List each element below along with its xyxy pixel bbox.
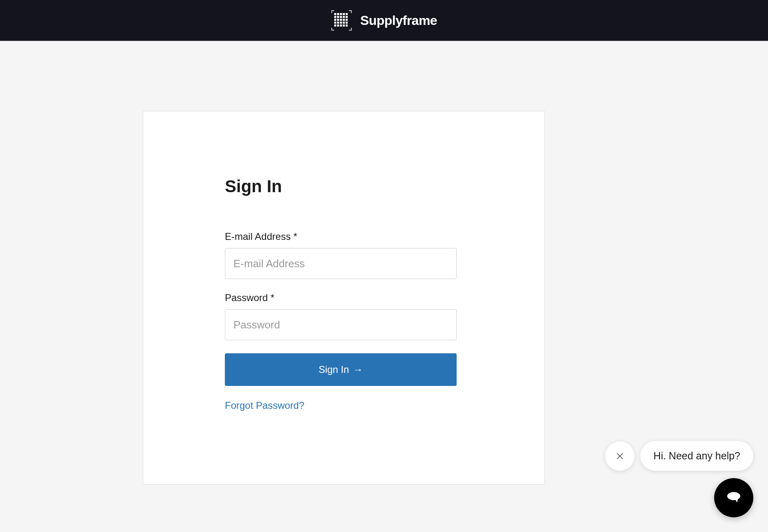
- svg-rect-19: [346, 22, 348, 24]
- svg-rect-17: [340, 22, 342, 24]
- signin-button[interactable]: Sign In →: [225, 353, 457, 386]
- password-input[interactable]: [225, 309, 457, 340]
- svg-rect-4: [346, 13, 348, 15]
- chat-help-row: Hi. Need any help?: [605, 441, 753, 471]
- chat-launcher-button[interactable]: [714, 478, 753, 517]
- svg-rect-1: [337, 13, 339, 15]
- svg-rect-0: [334, 13, 336, 15]
- svg-rect-11: [337, 19, 339, 21]
- svg-rect-8: [343, 16, 345, 18]
- chat-help-bubble[interactable]: Hi. Need any help?: [640, 441, 753, 471]
- signin-title: Sign In: [225, 177, 463, 196]
- svg-rect-16: [337, 22, 339, 24]
- header: Supplyframe: [0, 0, 768, 42]
- brand-name: Supplyframe: [360, 13, 437, 28]
- signin-button-label: Sign In: [319, 364, 349, 375]
- email-label: E-mail Address *: [225, 231, 463, 242]
- main-content: Sign In E-mail Address * Password * Sign…: [0, 42, 768, 485]
- svg-point-25: [727, 492, 740, 500]
- svg-rect-18: [343, 22, 345, 24]
- email-input[interactable]: [225, 248, 457, 279]
- svg-rect-23: [343, 24, 345, 27]
- chat-close-button[interactable]: [605, 441, 635, 471]
- svg-rect-21: [337, 24, 339, 27]
- password-form-group: Password *: [225, 292, 463, 340]
- close-icon: [615, 452, 624, 461]
- arrow-right-icon: →: [353, 364, 363, 375]
- supplyframe-logo-icon: [331, 10, 352, 31]
- svg-rect-22: [340, 24, 342, 27]
- svg-rect-9: [346, 16, 348, 18]
- svg-rect-14: [346, 19, 348, 21]
- password-label: Password *: [225, 292, 463, 304]
- forgot-password-link[interactable]: Forgot Password?: [225, 400, 463, 411]
- email-form-group: E-mail Address *: [225, 231, 463, 279]
- chat-icon: [725, 489, 743, 507]
- svg-rect-10: [334, 19, 336, 21]
- svg-rect-7: [340, 16, 342, 18]
- svg-rect-3: [343, 13, 345, 15]
- svg-rect-20: [334, 24, 336, 27]
- svg-rect-24: [346, 24, 348, 27]
- svg-rect-12: [340, 19, 342, 21]
- svg-rect-2: [340, 13, 342, 15]
- svg-rect-6: [337, 16, 339, 18]
- svg-rect-5: [334, 16, 336, 18]
- svg-rect-15: [334, 22, 336, 24]
- signin-card: Sign In E-mail Address * Password * Sign…: [143, 111, 545, 485]
- svg-rect-13: [343, 19, 345, 21]
